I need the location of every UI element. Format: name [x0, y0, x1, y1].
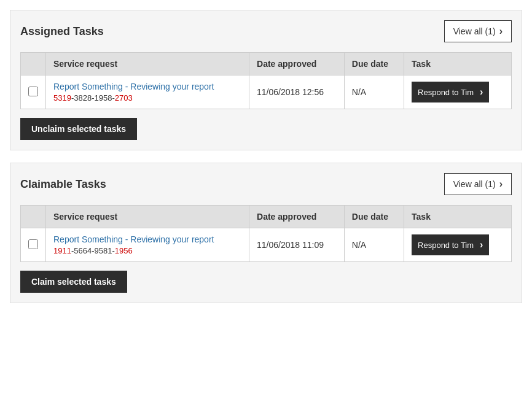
claimable-view-all-button[interactable]: View all (1) ›: [444, 173, 512, 195]
claimable-row-service-request-cell: Report Something - Reviewing your report…: [46, 228, 249, 262]
claimable-header-date-approved: Date approved: [249, 206, 345, 228]
assigned-row-checkbox[interactable]: [28, 87, 38, 96]
assigned-header-due-date: Due date: [344, 53, 404, 75]
claimable-row-checkbox[interactable]: [28, 239, 38, 249]
claim-button[interactable]: Claim selected tasks: [20, 271, 127, 293]
claimable-action-bar: Claim selected tasks: [20, 271, 512, 293]
claimable-request-id-part1: 1911: [53, 246, 71, 255]
claimable-service-request-link[interactable]: Report Something - Reviewing your report: [53, 234, 241, 244]
claimable-header-due-date: Due date: [344, 206, 404, 228]
claimable-table-header-row: Service request Date approved Due date T…: [21, 206, 512, 228]
assigned-row-date-approved: 11/06/2018 12:56: [249, 75, 345, 109]
table-row: Report Something - Reviewing your report…: [21, 75, 512, 109]
assigned-service-request-link[interactable]: Report Something - Reviewing your report: [53, 82, 241, 91]
claimable-task-button[interactable]: Respond to Tim ›: [412, 234, 489, 255]
assigned-task-button-chevron-icon: ›: [480, 87, 483, 98]
assigned-view-all-label: View all (1): [453, 26, 496, 36]
assigned-tasks-table: Service request Date approved Due date T…: [20, 52, 512, 109]
assigned-tasks-title: Assigned Tasks: [20, 25, 104, 38]
claimable-tasks-header: Claimable Tasks View all (1) ›: [20, 173, 512, 195]
claimable-row-date-approved: 11/06/2018 11:09: [249, 228, 345, 262]
assigned-table-header-row: Service request Date approved Due date T…: [21, 53, 512, 75]
assigned-header-date-approved: Date approved: [249, 53, 345, 75]
assigned-request-id-part2: -3828-1958-: [71, 93, 115, 102]
claimable-row-due-date: N/A: [344, 228, 404, 262]
assigned-request-id: 5319-3828-1958-2703: [53, 93, 133, 102]
table-row: Report Something - Reviewing your report…: [21, 228, 512, 262]
assigned-row-due-date: N/A: [344, 75, 404, 109]
claimable-row-checkbox-cell: [21, 228, 46, 262]
assigned-row-checkbox-cell: [21, 75, 46, 109]
assigned-tasks-section: Assigned Tasks View all (1) › Service re…: [10, 10, 522, 150]
assigned-header-task: Task: [404, 53, 512, 75]
claimable-header-checkbox: [21, 206, 46, 228]
claimable-task-button-label: Respond to Tim: [418, 241, 474, 250]
assigned-tasks-header: Assigned Tasks View all (1) ›: [20, 20, 512, 42]
assigned-task-button-label: Respond to Tim: [418, 88, 474, 97]
assigned-view-all-chevron-icon: ›: [499, 26, 503, 37]
assigned-row-service-request-cell: Report Something - Reviewing your report…: [46, 75, 249, 109]
assigned-header-service-request: Service request: [46, 53, 249, 75]
assigned-request-id-part3: 2703: [115, 93, 133, 102]
claimable-header-task: Task: [404, 206, 512, 228]
claimable-header-service-request: Service request: [46, 206, 249, 228]
assigned-task-button[interactable]: Respond to Tim ›: [412, 82, 489, 102]
assigned-row-task-cell: Respond to Tim ›: [404, 75, 512, 109]
claimable-tasks-section: Claimable Tasks View all (1) › Service r…: [10, 163, 522, 303]
claimable-request-id-part3: 1956: [115, 246, 133, 255]
claimable-task-button-chevron-icon: ›: [480, 239, 483, 250]
claimable-tasks-table: Service request Date approved Due date T…: [20, 205, 512, 262]
assigned-view-all-button[interactable]: View all (1) ›: [444, 20, 512, 42]
claimable-view-all-chevron-icon: ›: [499, 179, 503, 190]
assigned-header-checkbox: [21, 53, 46, 75]
claimable-view-all-label: View all (1): [453, 179, 496, 189]
claimable-tasks-title: Claimable Tasks: [20, 178, 106, 191]
claimable-request-id-part2: -5664-9581-: [71, 246, 115, 255]
assigned-action-bar: Unclaim selected tasks: [20, 118, 512, 140]
claimable-row-task-cell: Respond to Tim ›: [404, 228, 512, 262]
claimable-request-id: 1911-5664-9581-1956: [53, 246, 133, 255]
unclaim-button[interactable]: Unclaim selected tasks: [20, 118, 137, 140]
assigned-request-id-part1: 5319: [53, 93, 71, 102]
